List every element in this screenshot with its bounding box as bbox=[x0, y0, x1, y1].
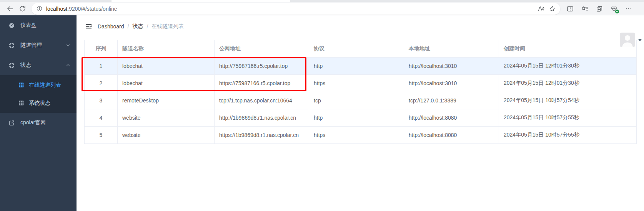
avatar bbox=[620, 33, 635, 47]
cell-protocol: https bbox=[309, 127, 404, 144]
online-tunnel-table: 序列 隧道名称 公网地址 协议 本地地址 创建时间 1 lobechat htt… bbox=[84, 40, 637, 144]
sidebar-item-status[interactable]: 状态 bbox=[0, 55, 77, 75]
chevron-up-icon bbox=[66, 63, 70, 68]
sidebar-item-label: 隧道管理 bbox=[20, 42, 66, 49]
cell-local-address: http://localhost:8080 bbox=[404, 127, 499, 144]
breadcrumb-item-current: 在线隧道列表 bbox=[151, 23, 184, 30]
breadcrumb-separator: / bbox=[128, 23, 129, 30]
read-aloud-button[interactable] bbox=[535, 4, 546, 14]
star-icon bbox=[549, 5, 556, 12]
column-header-protocol: 协议 bbox=[309, 40, 404, 58]
cell-seq: 2 bbox=[85, 75, 118, 92]
sidebar-item-label: 系统状态 bbox=[29, 100, 50, 107]
cell-public-url: https://1b9869d8.r1.nas.cpolar.cn bbox=[215, 127, 309, 144]
chevron-down-icon bbox=[66, 43, 70, 48]
favorites-star-list-icon bbox=[581, 5, 589, 13]
sidebar-item-dashboard[interactable]: 仪表盘 bbox=[0, 15, 77, 35]
essentials-check-badge bbox=[615, 10, 619, 13]
collections-add-icon bbox=[596, 5, 603, 13]
page-content: 序列 隧道名称 公网地址 协议 本地地址 创建时间 1 lobechat htt… bbox=[77, 37, 644, 144]
sidebar-toggle-button[interactable] bbox=[82, 20, 95, 33]
split-screen-button[interactable] bbox=[564, 3, 576, 15]
breadcrumb-item-dashboard[interactable]: Dashboard bbox=[98, 23, 124, 30]
cell-seq: 3 bbox=[85, 92, 118, 109]
toolbar-right-cluster bbox=[564, 3, 635, 15]
table-row[interactable]: 3 remoteDesktop tcp://1.tcp.nas.cpolar.c… bbox=[85, 92, 637, 109]
column-header-public-url: 公网地址 bbox=[215, 40, 309, 58]
cell-public-url: http://75987166.r5.cpolar.top bbox=[215, 58, 309, 75]
main-area: Dashboard / 状态 / 在线隧道列表 bbox=[77, 15, 644, 211]
ellipsis-icon bbox=[625, 5, 632, 13]
life-buoy-icon bbox=[8, 42, 15, 49]
grid-icon bbox=[18, 100, 24, 106]
browser-toolbar: localhost:9200/#/status/online bbox=[0, 2, 644, 15]
site-info-icon[interactable] bbox=[36, 5, 43, 12]
column-header-created-time: 创建时间 bbox=[499, 40, 637, 58]
cell-created-time: 2024年05月15日 10时57分54秒 bbox=[499, 92, 637, 109]
cell-seq: 1 bbox=[85, 58, 118, 75]
breadcrumb-separator: / bbox=[146, 23, 148, 30]
refresh-button[interactable] bbox=[16, 3, 28, 15]
external-link-icon bbox=[8, 120, 15, 126]
sidebar: 仪表盘 隧道管理 状态 在线隧道列表 bbox=[0, 15, 77, 211]
cell-seq: 4 bbox=[85, 109, 118, 127]
sidebar-item-tunnel-management[interactable]: 隧道管理 bbox=[0, 35, 77, 55]
cell-created-time: 2024年05月15日 10时57分55秒 bbox=[499, 127, 637, 144]
table-header-row: 序列 隧道名称 公网地址 协议 本地地址 创建时间 bbox=[85, 40, 637, 58]
caret-down-icon bbox=[638, 38, 642, 42]
browser-essentials-button[interactable] bbox=[608, 3, 620, 15]
life-buoy-icon bbox=[8, 62, 15, 69]
refresh-icon bbox=[19, 5, 26, 12]
breadcrumb: Dashboard / 状态 / 在线隧道列表 bbox=[98, 23, 184, 30]
url-path: :9200/#/status/online bbox=[67, 6, 117, 12]
table-row[interactable]: 5 website https://1b9869d8.r1.nas.cpolar… bbox=[85, 127, 637, 144]
cell-local-address: tcp://127.0.0.1:3389 bbox=[404, 92, 499, 109]
column-header-local-address: 本地地址 bbox=[404, 40, 499, 58]
favorite-star-button[interactable] bbox=[546, 4, 558, 14]
sidebar-item-cpolar-website[interactable]: cpolar官网 bbox=[0, 113, 77, 133]
cell-protocol: https bbox=[309, 75, 404, 92]
browser-chrome: localhost:9200/#/status/online bbox=[0, 0, 644, 15]
cell-local-address: http://localhost:8080 bbox=[404, 109, 499, 127]
cell-tunnel-name: lobechat bbox=[118, 58, 215, 75]
read-aloud-icon bbox=[537, 5, 544, 12]
collections-button[interactable] bbox=[593, 3, 606, 15]
cell-public-url: tcp://1.tcp.nas.cpolar.cn:10664 bbox=[215, 92, 309, 109]
hamburger-icon bbox=[85, 23, 92, 30]
cell-protocol: http bbox=[309, 58, 404, 75]
breadcrumb-item-status[interactable]: 状态 bbox=[132, 23, 143, 30]
cell-created-time: 2024年05月15日 10时57分55秒 bbox=[499, 109, 637, 127]
sidebar-item-label: 状态 bbox=[20, 62, 66, 69]
table-row[interactable]: 2 lobechat https://75987166.r5.cpolar.to… bbox=[85, 75, 637, 92]
cell-seq: 5 bbox=[85, 127, 118, 144]
cell-tunnel-name: lobechat bbox=[118, 75, 215, 92]
settings-menu-button[interactable] bbox=[622, 3, 635, 15]
sidebar-item-label: 在线隧道列表 bbox=[29, 82, 61, 89]
column-header-tunnel-name: 隧道名称 bbox=[118, 40, 215, 58]
cell-created-time: 2024年05月15日 12时01分30秒 bbox=[499, 75, 637, 92]
table-row[interactable]: 4 website http://1b9869d8.r1.nas.cpolar.… bbox=[85, 109, 637, 127]
url-host: localhost bbox=[46, 6, 67, 12]
sidebar-item-online-tunnel-list[interactable]: 在线隧道列表 bbox=[0, 76, 77, 94]
user-dropdown[interactable] bbox=[620, 33, 642, 47]
content-header: Dashboard / 状态 / 在线隧道列表 bbox=[77, 15, 644, 37]
cell-tunnel-name: website bbox=[118, 109, 215, 127]
cell-protocol: http bbox=[309, 109, 404, 127]
table-row[interactable]: 1 lobechat http://75987166.r5.cpolar.top… bbox=[85, 58, 637, 75]
favorites-button[interactable] bbox=[579, 3, 591, 15]
sidebar-item-label: 仪表盘 bbox=[20, 22, 70, 29]
cell-public-url: https://75987166.r5.cpolar.top bbox=[215, 75, 309, 92]
cell-public-url: http://1b9869d8.r1.nas.cpolar.cn bbox=[215, 109, 309, 127]
cell-protocol: tcp bbox=[309, 92, 404, 109]
grid-icon bbox=[18, 82, 24, 88]
status-submenu: 在线隧道列表 系统状态 bbox=[0, 75, 77, 113]
back-button[interactable] bbox=[4, 3, 16, 15]
sidebar-item-system-status[interactable]: 系统状态 bbox=[0, 94, 77, 112]
url-text: localhost:9200/#/status/online bbox=[46, 6, 535, 12]
cell-local-address: http://localhost:3010 bbox=[404, 58, 499, 75]
gauge-icon bbox=[8, 22, 15, 29]
cell-local-address: http://localhost:3010 bbox=[404, 75, 499, 92]
back-icon bbox=[6, 5, 14, 13]
sidebar-item-label: cpolar官网 bbox=[20, 119, 70, 126]
address-bar[interactable]: localhost:9200/#/status/online bbox=[32, 3, 560, 15]
